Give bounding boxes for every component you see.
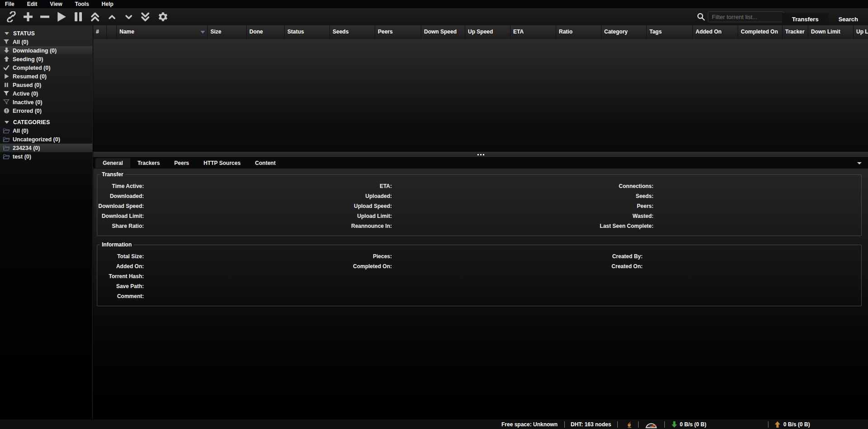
transfer-legend: Transfer [100,171,125,178]
column-tracker[interactable]: Tracker [782,25,808,39]
sidebar-item-label: Seeding (0) [13,56,43,63]
transfer-row: Download Speed: Upload Speed: Peers: [97,201,861,211]
bottom-priority-button[interactable] [138,10,152,24]
menu-tools[interactable]: Tools [75,1,89,7]
sidebar-item-label: Downloading (0) [13,48,57,54]
column-label: Name [119,29,134,35]
torrent-table-header: # Name Size Done Status Seeds Peers Down… [93,25,868,39]
column-category[interactable]: Category [601,25,647,39]
categories-section-header[interactable]: CATEGORIES [0,118,92,126]
sidebar-item-downloading[interactable]: Downloading (0) [0,46,92,55]
sidebar-item-inactive[interactable]: Inactive (0) [0,98,92,106]
folder-open-icon [3,128,10,134]
collapse-caret-icon [5,32,9,35]
top-priority-button[interactable] [88,10,102,24]
statusbar-separator [617,421,618,428]
sidebar-category-all[interactable]: All (0) [0,126,92,135]
status-section-title: STATUS [13,30,35,37]
add-torrent-link-button[interactable] [5,10,18,24]
resume-button[interactable] [55,10,68,24]
torrent-list-empty[interactable] [93,39,868,152]
sidebar-item-label: All (0) [13,39,29,45]
tab-http-sources[interactable]: HTTP Sources [196,158,248,168]
search-icon [697,13,705,21]
tab-content[interactable]: Content [248,158,283,168]
column-ratio[interactable]: Ratio [556,25,601,39]
sidebar-category-test[interactable]: test (0) [0,152,92,161]
sidebar-item-seeding[interactable]: Seeding (0) [0,55,92,63]
chevrons-up-icon [90,11,100,22]
column-eta[interactable]: ETA [510,25,556,39]
sidebar-category-234234[interactable]: 234234 (0) [0,144,92,152]
sidebar-category-uncategorized[interactable]: Uncategorized (0) [0,135,92,144]
active-filter-icon [3,91,10,96]
comment-label: Comment: [97,291,144,301]
column-up-limit[interactable]: Up Limit [854,25,868,39]
column-number[interactable]: # [93,25,107,39]
sidebar-item-errored[interactable]: Errored (0) [0,106,92,115]
sidebar-item-all[interactable]: All (0) [0,38,92,46]
splitter-dot [480,154,482,155]
sidebar-item-label: All (0) [13,128,29,134]
sidebar-item-completed[interactable]: Completed (0) [0,63,92,72]
free-space-status: Free space: Unknown [501,419,558,429]
menu-help[interactable]: Help [102,1,114,7]
play-icon [56,11,67,23]
column-peers[interactable]: Peers [375,25,421,39]
filter-area [697,11,784,22]
column-size[interactable]: Size [208,25,247,39]
created-by-label: Created By: [97,251,643,261]
chevrons-down-icon [140,11,151,22]
sidebar-item-active[interactable]: Active (0) [0,89,92,98]
column-seeds[interactable]: Seeds [330,25,375,39]
tab-general[interactable]: General [95,158,130,168]
column-added-on[interactable]: Added On [693,25,738,39]
delete-torrent-button[interactable] [38,10,52,24]
sort-desc-icon [200,31,205,34]
information-fieldset: Information Total Size: Pieces: Created … [97,241,862,306]
alt-speed-gauge-icon[interactable] [644,419,658,429]
connection-status-icon [627,419,632,429]
tab-transfers[interactable]: Transfers [782,13,829,25]
status-section-header[interactable]: STATUS [0,29,92,38]
statusbar-separator [768,421,768,428]
plus-icon [23,11,33,22]
column-up-speed[interactable]: Up Speed [465,25,510,39]
panel-splitter[interactable] [93,152,868,158]
decrease-priority-button[interactable] [122,10,135,24]
filter-torrent-input[interactable] [708,11,784,22]
menu-view[interactable]: View [50,1,62,7]
sidebar-item-label: Errored (0) [13,108,42,114]
column-completed-on[interactable]: Completed On [738,25,782,39]
column-down-speed[interactable]: Down Speed [421,25,465,39]
increase-priority-button[interactable] [105,10,119,24]
torrent-hash-label: Torrent Hash: [97,271,144,281]
add-torrent-file-button[interactable] [21,10,35,24]
tab-peers[interactable]: Peers [167,158,196,168]
tabbar-dropdown-icon[interactable] [857,162,862,164]
column-tags[interactable]: Tags [647,25,693,39]
sidebar-item-paused[interactable]: Paused (0) [0,81,92,89]
column-icon[interactable] [107,25,117,39]
menu-file[interactable]: File [5,1,14,7]
download-speed-status: 0 B/s (0 B) [680,419,706,429]
column-down-limit[interactable]: Down Limit [808,25,854,39]
information-row: Torrent Hash: [97,271,861,281]
column-name[interactable]: Name [117,25,208,39]
tab-trackers[interactable]: Trackers [130,158,167,168]
paused-icon [3,82,10,88]
dht-nodes-status: DHT: 163 nodes [571,419,611,429]
sidebar: STATUS All (0) Downloading (0) Seeding (… [0,25,93,419]
tab-search[interactable]: Search [829,13,868,25]
sidebar-item-resumed[interactable]: Resumed (0) [0,72,92,81]
pause-button[interactable] [72,10,85,24]
main-panel: # Name Size Done Status Seeds Peers Down… [93,25,868,419]
column-done[interactable]: Done [247,25,285,39]
options-button[interactable] [155,10,169,24]
information-row: Total Size: Pieces: Created By: [97,251,861,261]
folder-open-icon [3,145,10,151]
splitter-dot [477,154,479,155]
menu-edit[interactable]: Edit [27,1,38,7]
sidebar-item-label: Active (0) [13,91,38,97]
column-status[interactable]: Status [285,25,330,39]
